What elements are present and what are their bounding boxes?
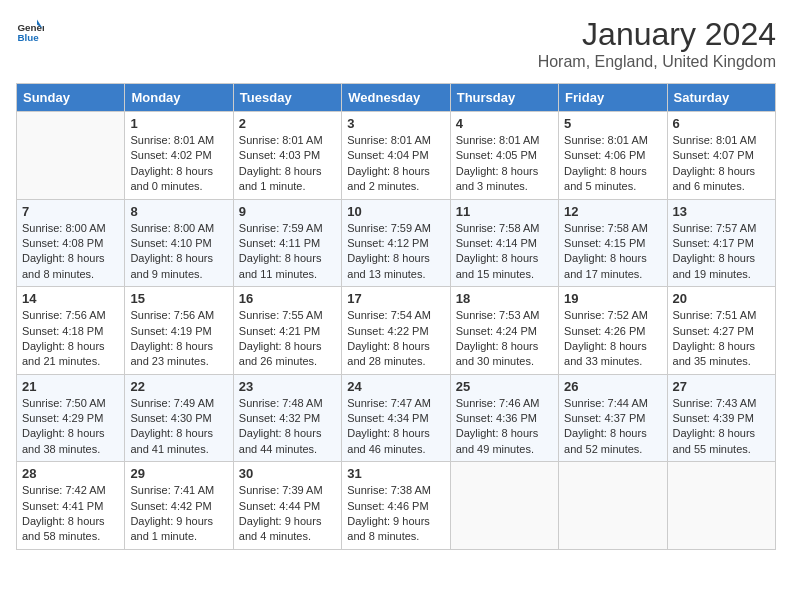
day-number: 22 xyxy=(130,379,227,394)
cell-info: Sunrise: 8:01 AMSunset: 4:02 PMDaylight:… xyxy=(130,133,227,195)
day-number: 18 xyxy=(456,291,553,306)
cell-info: Sunrise: 7:47 AMSunset: 4:34 PMDaylight:… xyxy=(347,396,444,458)
header-tuesday: Tuesday xyxy=(233,84,341,112)
day-number: 11 xyxy=(456,204,553,219)
cell-info: Sunrise: 8:00 AMSunset: 4:08 PMDaylight:… xyxy=(22,221,119,283)
day-number: 24 xyxy=(347,379,444,394)
table-row: 14Sunrise: 7:56 AMSunset: 4:18 PMDayligh… xyxy=(17,287,125,375)
calendar-week-row: 14Sunrise: 7:56 AMSunset: 4:18 PMDayligh… xyxy=(17,287,776,375)
cell-info: Sunrise: 8:01 AMSunset: 4:06 PMDaylight:… xyxy=(564,133,661,195)
svg-text:Blue: Blue xyxy=(17,32,39,43)
day-number: 21 xyxy=(22,379,119,394)
table-row: 30Sunrise: 7:39 AMSunset: 4:44 PMDayligh… xyxy=(233,462,341,550)
calendar-subtitle: Horam, England, United Kingdom xyxy=(538,53,776,71)
table-row: 9Sunrise: 7:59 AMSunset: 4:11 PMDaylight… xyxy=(233,199,341,287)
day-number: 10 xyxy=(347,204,444,219)
page-header: General Blue January 2024 Horam, England… xyxy=(16,16,776,71)
table-row: 8Sunrise: 8:00 AMSunset: 4:10 PMDaylight… xyxy=(125,199,233,287)
cell-info: Sunrise: 8:00 AMSunset: 4:10 PMDaylight:… xyxy=(130,221,227,283)
cell-info: Sunrise: 7:44 AMSunset: 4:37 PMDaylight:… xyxy=(564,396,661,458)
day-number: 3 xyxy=(347,116,444,131)
table-row: 21Sunrise: 7:50 AMSunset: 4:29 PMDayligh… xyxy=(17,374,125,462)
cell-info: Sunrise: 7:43 AMSunset: 4:39 PMDaylight:… xyxy=(673,396,770,458)
cell-info: Sunrise: 7:48 AMSunset: 4:32 PMDaylight:… xyxy=(239,396,336,458)
table-row: 17Sunrise: 7:54 AMSunset: 4:22 PMDayligh… xyxy=(342,287,450,375)
table-row: 5Sunrise: 8:01 AMSunset: 4:06 PMDaylight… xyxy=(559,112,667,200)
day-number: 14 xyxy=(22,291,119,306)
table-row: 4Sunrise: 8:01 AMSunset: 4:05 PMDaylight… xyxy=(450,112,558,200)
day-number: 1 xyxy=(130,116,227,131)
calendar-week-row: 21Sunrise: 7:50 AMSunset: 4:29 PMDayligh… xyxy=(17,374,776,462)
cell-info: Sunrise: 7:42 AMSunset: 4:41 PMDaylight:… xyxy=(22,483,119,545)
cell-info: Sunrise: 7:46 AMSunset: 4:36 PMDaylight:… xyxy=(456,396,553,458)
table-row: 19Sunrise: 7:52 AMSunset: 4:26 PMDayligh… xyxy=(559,287,667,375)
cell-info: Sunrise: 7:56 AMSunset: 4:18 PMDaylight:… xyxy=(22,308,119,370)
cell-info: Sunrise: 7:57 AMSunset: 4:17 PMDaylight:… xyxy=(673,221,770,283)
cell-info: Sunrise: 7:54 AMSunset: 4:22 PMDaylight:… xyxy=(347,308,444,370)
header-sunday: Sunday xyxy=(17,84,125,112)
cell-info: Sunrise: 7:55 AMSunset: 4:21 PMDaylight:… xyxy=(239,308,336,370)
weekday-header-row: Sunday Monday Tuesday Wednesday Thursday… xyxy=(17,84,776,112)
day-number: 6 xyxy=(673,116,770,131)
table-row: 18Sunrise: 7:53 AMSunset: 4:24 PMDayligh… xyxy=(450,287,558,375)
table-row: 15Sunrise: 7:56 AMSunset: 4:19 PMDayligh… xyxy=(125,287,233,375)
calendar-title: January 2024 xyxy=(538,16,776,53)
calendar-table: Sunday Monday Tuesday Wednesday Thursday… xyxy=(16,83,776,550)
table-row xyxy=(17,112,125,200)
day-number: 25 xyxy=(456,379,553,394)
header-monday: Monday xyxy=(125,84,233,112)
day-number: 16 xyxy=(239,291,336,306)
cell-info: Sunrise: 7:53 AMSunset: 4:24 PMDaylight:… xyxy=(456,308,553,370)
cell-info: Sunrise: 7:52 AMSunset: 4:26 PMDaylight:… xyxy=(564,308,661,370)
cell-info: Sunrise: 7:56 AMSunset: 4:19 PMDaylight:… xyxy=(130,308,227,370)
cell-info: Sunrise: 7:39 AMSunset: 4:44 PMDaylight:… xyxy=(239,483,336,545)
table-row: 29Sunrise: 7:41 AMSunset: 4:42 PMDayligh… xyxy=(125,462,233,550)
day-number: 29 xyxy=(130,466,227,481)
table-row: 22Sunrise: 7:49 AMSunset: 4:30 PMDayligh… xyxy=(125,374,233,462)
table-row: 2Sunrise: 8:01 AMSunset: 4:03 PMDaylight… xyxy=(233,112,341,200)
day-number: 13 xyxy=(673,204,770,219)
table-row: 20Sunrise: 7:51 AMSunset: 4:27 PMDayligh… xyxy=(667,287,775,375)
day-number: 8 xyxy=(130,204,227,219)
cell-info: Sunrise: 7:58 AMSunset: 4:15 PMDaylight:… xyxy=(564,221,661,283)
day-number: 15 xyxy=(130,291,227,306)
day-number: 27 xyxy=(673,379,770,394)
cell-info: Sunrise: 7:50 AMSunset: 4:29 PMDaylight:… xyxy=(22,396,119,458)
day-number: 2 xyxy=(239,116,336,131)
day-number: 9 xyxy=(239,204,336,219)
logo: General Blue xyxy=(16,16,44,44)
table-row: 27Sunrise: 7:43 AMSunset: 4:39 PMDayligh… xyxy=(667,374,775,462)
day-number: 4 xyxy=(456,116,553,131)
day-number: 12 xyxy=(564,204,661,219)
table-row: 31Sunrise: 7:38 AMSunset: 4:46 PMDayligh… xyxy=(342,462,450,550)
table-row: 7Sunrise: 8:00 AMSunset: 4:08 PMDaylight… xyxy=(17,199,125,287)
day-number: 19 xyxy=(564,291,661,306)
day-number: 30 xyxy=(239,466,336,481)
table-row: 26Sunrise: 7:44 AMSunset: 4:37 PMDayligh… xyxy=(559,374,667,462)
table-row: 11Sunrise: 7:58 AMSunset: 4:14 PMDayligh… xyxy=(450,199,558,287)
day-number: 26 xyxy=(564,379,661,394)
header-wednesday: Wednesday xyxy=(342,84,450,112)
cell-info: Sunrise: 7:59 AMSunset: 4:12 PMDaylight:… xyxy=(347,221,444,283)
day-number: 17 xyxy=(347,291,444,306)
cell-info: Sunrise: 8:01 AMSunset: 4:07 PMDaylight:… xyxy=(673,133,770,195)
cell-info: Sunrise: 8:01 AMSunset: 4:03 PMDaylight:… xyxy=(239,133,336,195)
cell-info: Sunrise: 7:58 AMSunset: 4:14 PMDaylight:… xyxy=(456,221,553,283)
cell-info: Sunrise: 7:38 AMSunset: 4:46 PMDaylight:… xyxy=(347,483,444,545)
cell-info: Sunrise: 7:59 AMSunset: 4:11 PMDaylight:… xyxy=(239,221,336,283)
table-row: 6Sunrise: 8:01 AMSunset: 4:07 PMDaylight… xyxy=(667,112,775,200)
table-row: 28Sunrise: 7:42 AMSunset: 4:41 PMDayligh… xyxy=(17,462,125,550)
cell-info: Sunrise: 8:01 AMSunset: 4:05 PMDaylight:… xyxy=(456,133,553,195)
title-section: January 2024 Horam, England, United King… xyxy=(538,16,776,71)
day-number: 20 xyxy=(673,291,770,306)
table-row: 3Sunrise: 8:01 AMSunset: 4:04 PMDaylight… xyxy=(342,112,450,200)
table-row: 23Sunrise: 7:48 AMSunset: 4:32 PMDayligh… xyxy=(233,374,341,462)
header-friday: Friday xyxy=(559,84,667,112)
cell-info: Sunrise: 7:51 AMSunset: 4:27 PMDaylight:… xyxy=(673,308,770,370)
table-row: 12Sunrise: 7:58 AMSunset: 4:15 PMDayligh… xyxy=(559,199,667,287)
table-row xyxy=(450,462,558,550)
cell-info: Sunrise: 7:41 AMSunset: 4:42 PMDaylight:… xyxy=(130,483,227,545)
day-number: 23 xyxy=(239,379,336,394)
cell-info: Sunrise: 7:49 AMSunset: 4:30 PMDaylight:… xyxy=(130,396,227,458)
calendar-week-row: 7Sunrise: 8:00 AMSunset: 4:08 PMDaylight… xyxy=(17,199,776,287)
